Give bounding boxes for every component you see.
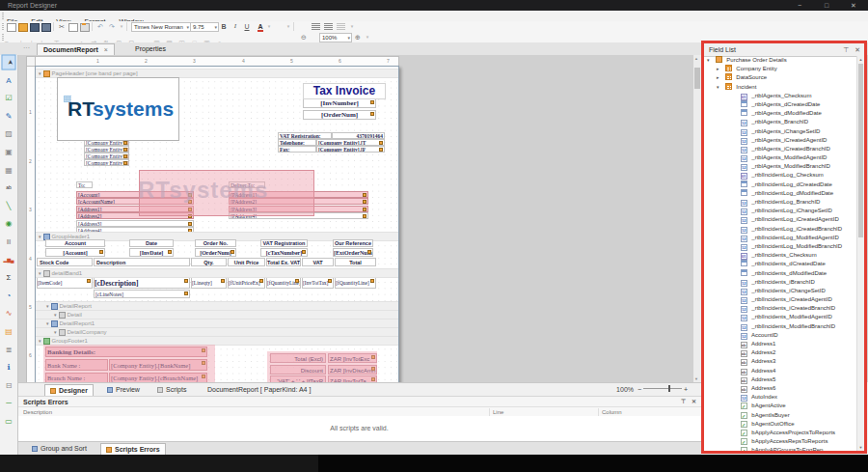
field-list-item[interactable]: _rtblIncidentLog_ModifiedBranchID: [704, 242, 857, 251]
group-header-value[interactable]: [cTaxNumber]: [260, 248, 308, 257]
table-tool[interactable]: ▦: [1, 163, 16, 178]
undo-icon[interactable]: ↶: [95, 22, 105, 31]
item-column-value[interactable]: [InvTotTax]: [302, 277, 334, 289]
field-list-item[interactable]: ▾ Incident: [704, 83, 857, 92]
zoom-dropdown-icon[interactable]: ▾: [363, 33, 372, 42]
field-list-item[interactable]: bApplyAPGroupsToEnqRep: [704, 446, 857, 451]
group-header-caption[interactable]: Date: [129, 239, 174, 247]
scroll-down-icon[interactable]: ▼: [694, 376, 698, 381]
group-header-value[interactable]: [Account]: [45, 248, 105, 257]
item-column-header[interactable]: VAT: [302, 258, 334, 266]
field-list-item[interactable]: Address3: [704, 357, 857, 366]
tab-overflow[interactable]: ···: [23, 44, 30, 51]
field-list-item[interactable]: _rtblIncidents_ModifiedAgentID: [704, 313, 857, 321]
sparkline-tool[interactable]: ∿: [1, 306, 16, 320]
field-list-item[interactable]: Address6: [704, 384, 857, 393]
cross-band-box-tool[interactable]: ▭: [1, 414, 16, 429]
expand-arrow-icon[interactable]: ▸: [717, 73, 723, 82]
field-list-item[interactable]: _rtblIncidents_dCreatedDate: [704, 260, 857, 268]
shape-tool[interactable]: ◉: [1, 216, 16, 231]
field-list-item[interactable]: _rtblAgents_iCreatedBranchID: [704, 145, 857, 153]
group-header-value[interactable]: [ExtOrderNum]: [333, 248, 373, 257]
field-list-item[interactable]: _rtblIncidents_iCreatedAgentID: [704, 295, 857, 304]
field-list-item[interactable]: bAgentActive: [704, 402, 857, 410]
character-comb-tool[interactable]: ab: [1, 180, 16, 195]
field-list-item[interactable]: _rtblIncidentLog_iCreatedAgentID: [704, 215, 857, 224]
zoom-in-icon[interactable]: ⊕: [353, 33, 363, 42]
highlight-dropdown-icon[interactable]: ▾: [284, 22, 293, 31]
tab-close-icon[interactable]: ×: [104, 46, 108, 53]
pivot-grid-tool[interactable]: Σ: [1, 270, 16, 285]
picturebox-tool[interactable]: ▨: [1, 126, 16, 141]
save-all-icon[interactable]: [41, 23, 51, 32]
field-list-item[interactable]: _rtblIncidentLog_Checksum: [704, 171, 857, 180]
to-address-field[interactable]: [Address3]: [76, 220, 194, 227]
field-list-item[interactable]: _rtblIncidents_Checksum: [704, 251, 857, 260]
field-list-item[interactable]: _rtblIncidents_dModifiedDate: [704, 269, 857, 278]
field-list-item[interactable]: Address5: [704, 375, 857, 384]
page-break-tool[interactable]: ⊟: [1, 378, 16, 393]
item-column-header[interactable]: Unit Price: [228, 258, 265, 266]
field-list-item[interactable]: _rtblAgents_dCreatedDate: [704, 100, 857, 109]
paste-icon[interactable]: [80, 23, 90, 32]
field-list-item[interactable]: _rtblIncidentLog_BranchID: [704, 198, 857, 207]
field-list-item[interactable]: ▾ Purchase Order Details: [704, 56, 857, 65]
subreport-tool[interactable]: ▤: [1, 324, 16, 339]
bold-button[interactable]: B: [219, 22, 229, 31]
save-icon[interactable]: [30, 23, 40, 32]
page-info-tool[interactable]: ℹ: [1, 360, 16, 375]
field-list-item[interactable]: _rtblIncidentLog_dModifiedDate: [704, 189, 857, 198]
font-name-combo[interactable]: Times New Roman: [131, 22, 191, 32]
redo-icon[interactable]: ↷: [107, 22, 117, 31]
italic-button[interactable]: I: [231, 22, 240, 31]
open-folder-icon[interactable]: [18, 23, 28, 32]
align-right-icon[interactable]: [324, 23, 333, 30]
redo-dropdown-icon[interactable]: ▾: [117, 22, 126, 31]
group-header-value[interactable]: [OrderNum]: [195, 248, 236, 257]
field-list-item[interactable]: _rtblIncidentLog_iChangeSetID: [704, 207, 857, 215]
item-column-header[interactable]: Stock Code: [37, 258, 93, 266]
group-header-caption[interactable]: Our Reference: [333, 239, 373, 247]
group-header-value[interactable]: [InvDate]: [129, 248, 174, 257]
view-tab[interactable]: Preview: [102, 384, 145, 396]
cut-icon[interactable]: ✂: [57, 22, 67, 31]
item-column-header[interactable]: Description: [94, 258, 190, 266]
close-button[interactable]: ✕: [845, 0, 862, 11]
field-list-scrollbar[interactable]: ▲ ▼: [856, 56, 864, 451]
field-list-item[interactable]: _rtblIncidentLog_ModifiedAgentID: [704, 234, 857, 242]
tab-properties[interactable]: Properties: [129, 43, 172, 55]
expand-arrow-icon[interactable]: ▾: [717, 83, 723, 92]
barcode-tool[interactable]: |||: [1, 235, 16, 249]
line-tool[interactable]: ╲: [1, 199, 16, 213]
item-column-value[interactable]: [fQuantityLine]: [335, 277, 376, 289]
field-list-item[interactable]: _rtblIncidents_iChangeSetID: [704, 287, 857, 295]
font-size-combo[interactable]: 9.75: [190, 22, 219, 32]
view-tab[interactable]: Scripts: [152, 384, 191, 396]
field-list-item[interactable]: _rtblAgents_dModifiedDate: [704, 109, 857, 118]
font-color-dropdown-icon[interactable]: ▾: [264, 22, 274, 31]
field-list-item[interactable]: _rtblAgents_Checksum: [704, 92, 857, 100]
field-list-item[interactable]: AutoIndex: [704, 393, 857, 402]
minimize-button[interactable]: −: [791, 0, 808, 11]
align-justify-icon[interactable]: [337, 23, 345, 30]
fax-label[interactable]: Fax:: [278, 146, 316, 153]
copy-icon[interactable]: [68, 23, 78, 32]
company-phone-field[interactable]: [Company Entity].[Ph: [84, 159, 129, 166]
zoom-slider[interactable]: [643, 388, 682, 389]
expand-arrow-icon[interactable]: ▸: [717, 65, 723, 73]
item-column-header[interactable]: Total: [335, 258, 376, 266]
item-column-value[interactable]: [ItemCode]: [37, 277, 93, 289]
zoom-out-icon[interactable]: ⊖: [299, 33, 309, 42]
checkbox-tool[interactable]: ☑: [1, 91, 16, 105]
scroll-down-icon[interactable]: ▼: [857, 445, 864, 450]
panel-tool[interactable]: ▣: [1, 145, 16, 159]
telephone-value[interactable]: [Company Entity].[T: [316, 139, 385, 146]
group-header-caption[interactable]: Order No.: [195, 239, 236, 247]
align-dropdown-icon[interactable]: ▾: [347, 22, 357, 31]
field-list-item[interactable]: Address4: [704, 367, 857, 375]
field-list-item[interactable]: _rtblIncidents_iBranchID: [704, 278, 857, 287]
underline-button[interactable]: U: [242, 22, 252, 31]
vat-label[interactable]: VAT Registration:: [278, 132, 332, 139]
label-tool[interactable]: A: [1, 73, 16, 88]
table-of-contents-tool[interactable]: ≣: [1, 343, 16, 357]
